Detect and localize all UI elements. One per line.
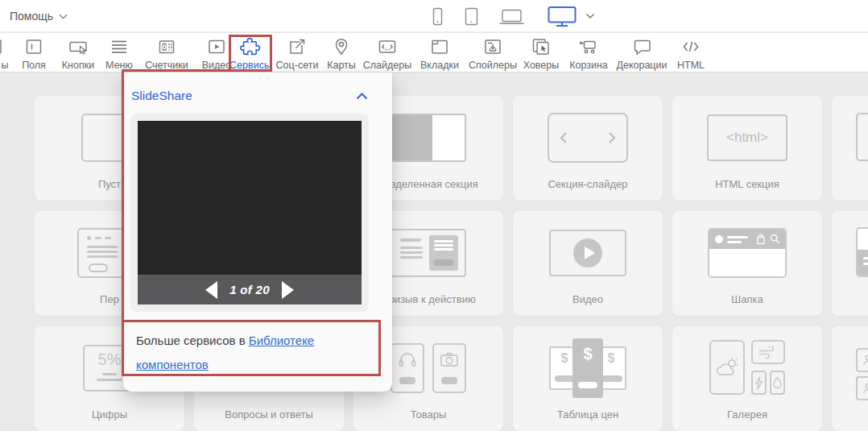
header-section-icon [672,227,822,279]
components-library-link-line2[interactable]: компонентов [136,358,209,371]
dropdown-header: SlideShare [123,73,392,103]
code-icon [680,36,701,57]
top-bar: Помощь [0,0,868,32]
preview-screen [138,121,362,275]
partial-people-icon [856,348,868,400]
device-tablet-icon[interactable] [465,7,478,26]
hover-cursor-icon [531,36,552,57]
help-label: Помощь [10,10,53,23]
partial-footer-icon [856,227,868,277]
device-laptop-icon[interactable] [498,9,525,25]
slide-pager-text: 1 of 20 [229,283,270,296]
slideshare-link[interactable]: SlideShare [131,89,192,103]
video-section-icon [513,227,663,279]
card-header-section[interactable]: Шапка [672,211,822,316]
slider-section-icon [513,112,663,164]
person-icon [862,354,868,366]
components-toolbar: ы Поля Кнопки Меню Счетчики Видео Сервис… [0,33,868,73]
speech-bubble-icon [631,36,652,57]
card-video-section[interactable]: Видео [513,211,663,316]
card-gallery[interactable]: Галерея [672,326,822,431]
person-icon [862,383,868,394]
cart-icon [578,36,599,57]
slider-icon [377,36,398,57]
chevron-up-icon[interactable] [356,93,368,100]
components-library-link-line1[interactable]: Библиотеке [249,334,314,347]
toolbar-item-html[interactable]: HTML [655,36,727,71]
device-switcher-chevron-icon[interactable] [585,13,595,19]
preview-pager-bar: 1 of 20 [138,275,362,305]
gallery-icon [672,339,822,396]
spoiler-icon [482,36,503,57]
services-dropdown-panel: SlideShare 1 of 20 Больше сервисов в Биб… [123,73,392,392]
cloud-sun-icon [714,356,740,379]
puzzle-icon [240,36,261,57]
slideshare-preview: 1 of 20 [130,114,369,312]
search-icon [770,234,780,244]
card-slider-section[interactable]: Секция-слайдер [513,96,663,201]
help-menu[interactable]: Помощь [10,0,68,32]
chevron-left-icon [560,131,568,144]
headphones-icon [399,352,416,367]
device-smartphone-icon[interactable] [432,7,444,26]
partial-section-icon [856,113,868,161]
map-pin-icon [331,36,352,57]
counter-icon [156,36,177,57]
card-partial-right-2[interactable] [832,211,868,316]
chevron-down-icon [59,14,68,19]
lightning-icon [754,376,763,390]
card-partial-right-3[interactable] [832,326,868,431]
next-slide-button[interactable] [282,281,294,299]
bag-icon [756,234,766,245]
pricing-table-icon: $ $ $ [513,338,663,399]
droplet-icon [773,376,782,389]
prev-slide-button[interactable] [205,281,217,299]
html-section-icon: <html> [672,112,822,164]
tabs-icon [429,36,450,57]
dropdown-footer: Больше сервисов в Библиотеке компонентов [136,329,381,377]
play-icon [573,238,602,267]
camera-icon [440,352,458,367]
wind-icon [758,346,779,358]
device-desktop-icon[interactable] [547,6,577,27]
card-html-section[interactable]: <html> HTML секция [672,96,822,201]
card-partial-right-1[interactable] [832,96,868,201]
more-services-text: Больше сервисов в [136,334,249,347]
hamburger-icon [109,36,130,57]
chevron-right-icon [608,131,616,144]
card-pricing-table[interactable]: $ $ $ Таблица цен [513,326,663,431]
